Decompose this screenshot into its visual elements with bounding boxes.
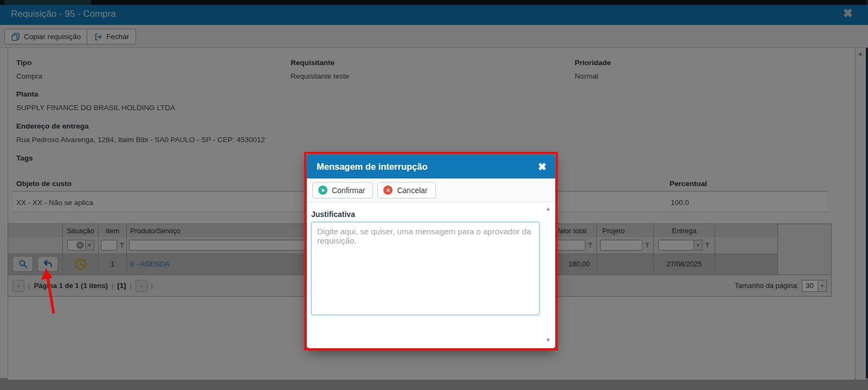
modal-header: Mensagem de interrupção ✖ [307, 155, 555, 178]
cancel-label: Cancelar [397, 186, 427, 195]
app-screen: Requisição - 95 - Compra ✖ Copiar requis… [0, 0, 868, 390]
justificativa-label: Justificativa [311, 210, 548, 219]
modal-body: Justificativa ▲ ▼ [307, 202, 555, 348]
interruption-message-modal: Mensagem de interrupção ✖ ▶ Confirmar ✕ … [307, 155, 555, 348]
modal-scroll-down-icon[interactable]: ▼ [545, 337, 551, 343]
modal-scroll-up-icon[interactable]: ▲ [545, 206, 551, 212]
justificativa-textarea[interactable] [311, 222, 539, 315]
cancel-button[interactable]: ✕ Cancelar [377, 182, 435, 199]
cancel-x-icon: ✕ [383, 186, 393, 195]
confirm-label: Confirmar [332, 186, 365, 195]
modal-close-icon[interactable]: ✖ [538, 161, 546, 173]
confirm-button[interactable]: ▶ Confirmar [312, 182, 373, 199]
modal-toolbar: ▶ Confirmar ✕ Cancelar [307, 178, 555, 202]
modal-title: Mensagem de interrupção [307, 162, 427, 172]
confirm-play-icon: ▶ [318, 186, 327, 195]
